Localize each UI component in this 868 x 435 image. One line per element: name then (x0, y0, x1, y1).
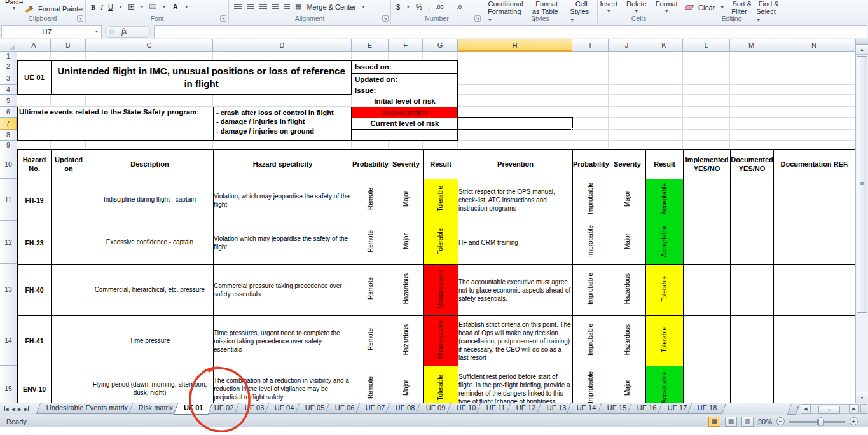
name-box[interactable]: H7 ▼ (1, 25, 102, 38)
column-header-M[interactable]: M (730, 39, 773, 52)
row-header-13[interactable]: 13 (0, 264, 17, 315)
format-painter-button[interactable]: Format Painter (20, 2, 90, 15)
cell-description-FH-41[interactable]: Time pressure (86, 316, 214, 366)
cell-r1-ENV-10[interactable]: Tolerable (424, 366, 458, 403)
increase-decimal-button[interactable]: .00 (436, 4, 444, 10)
column-header-I[interactable]: I (572, 39, 609, 52)
cell-no-FH-41[interactable]: FH-41 (18, 316, 52, 366)
fill-color-button[interactable] (149, 4, 157, 9)
cell-p2-FH-23[interactable]: Improbable (573, 221, 609, 265)
header-description[interactable]: Description (86, 150, 214, 179)
cell-s1-FH-41[interactable]: Hazardous (389, 316, 424, 366)
cell-s2-ENV-10[interactable]: Major (609, 366, 646, 403)
cell-prevention-ENV-10[interactable]: Sufficient rest period before start of f… (458, 366, 573, 403)
comma-button[interactable]: , (428, 3, 430, 11)
zoom-slider-thumb[interactable] (818, 417, 824, 426)
row-header-12[interactable]: 12 (0, 221, 17, 264)
cell-prevention-FH-40[interactable]: The accountable executive must agree not… (458, 265, 573, 316)
cell-specificity-ENV-10[interactable]: The combination of a reduction in visibi… (214, 366, 352, 403)
header-severity-1[interactable]: Severity (389, 150, 424, 179)
row-header-10[interactable]: 10 (0, 149, 17, 179)
cell-r1-FH-23[interactable]: Tolerable (424, 221, 458, 265)
cell-s1-ENV-10[interactable]: Major (389, 366, 424, 403)
row-header-4[interactable]: 4 (0, 85, 17, 95)
cell-specificity-FH-19[interactable]: Violation, which may jeopardise the safe… (214, 179, 352, 221)
row-header-15[interactable]: 15 (0, 366, 17, 403)
header-documentation-ref[interactable]: Documentation REF. (774, 150, 856, 179)
font-dialog-launcher-icon[interactable]: ↘ (220, 15, 226, 22)
vertical-scrollbar[interactable]: ▲ ▼ (855, 39, 868, 403)
column-header-C[interactable]: C (86, 39, 213, 52)
header-prevention[interactable]: Prevention (458, 150, 573, 179)
font-color-caret-icon[interactable]: ▼ (184, 4, 189, 9)
currency-button[interactable]: $ (396, 3, 400, 11)
column-header-A[interactable]: A (17, 39, 51, 52)
column-header-G[interactable]: G (423, 39, 458, 52)
cell-initial-level-label[interactable]: Initial level of risk (352, 95, 457, 107)
cell-updated-FH-23[interactable] (52, 221, 86, 265)
cell-r1-FH-19[interactable]: Tolerable (424, 179, 458, 221)
cell-no-ENV-10[interactable]: ENV-10 (18, 366, 52, 403)
row-header-9[interactable]: 9 (0, 141, 17, 149)
cell-prevention-FH-19[interactable]: Strict respect for the OPS manual, check… (458, 179, 573, 221)
percent-button[interactable]: % (416, 3, 422, 11)
sheet-tab-ue-01[interactable]: UE 01 (174, 403, 212, 415)
delete-cells-button[interactable]: Delete ▼ (622, 0, 651, 15)
header-result-1[interactable]: Result (424, 150, 458, 179)
zoom-slider[interactable] (789, 417, 845, 426)
cell-no-FH-19[interactable]: FH-19 (18, 179, 52, 221)
cell-implemented-FH-23[interactable] (684, 221, 731, 265)
cell-docref-FH-19[interactable] (774, 179, 856, 221)
row-header-11[interactable]: 11 (0, 179, 17, 221)
cell-implemented-ENV-10[interactable] (684, 366, 731, 403)
cell-description-FH-19[interactable]: Indiscipline during flight - captain (86, 179, 214, 221)
cell-p2-ENV-10[interactable]: Improbable (573, 366, 609, 403)
cell-updated-FH-19[interactable] (52, 179, 86, 221)
cell-r2-FH-19[interactable]: Acceptable (646, 179, 684, 221)
header-implemented[interactable]: Implemented YES/NO (684, 150, 731, 179)
cell-r1-FH-41[interactable]: Unacceptable (424, 316, 458, 366)
cell-specificity-FH-41[interactable]: Time pressures, urgent need to complete … (214, 316, 352, 366)
column-header-N[interactable]: N (773, 39, 855, 52)
row-header-5[interactable]: 5 (0, 95, 17, 107)
header-hazard-no[interactable]: Hazard No. (18, 150, 52, 179)
align-right-icon[interactable] (259, 4, 267, 10)
cell-description-FH-23[interactable]: Excessive confidence - captain (86, 221, 214, 265)
header-probability-1[interactable]: Probability (352, 150, 389, 179)
horizontal-scroll-track[interactable]: ≡ (811, 404, 849, 414)
italic-button[interactable]: I (100, 3, 103, 11)
number-dialog-launcher-icon[interactable]: ↘ (474, 15, 481, 22)
decrease-decimal-button[interactable]: →.0 (449, 4, 462, 10)
cell-r2-ENV-10[interactable]: Acceptable (646, 366, 684, 403)
underline-caret-icon[interactable]: ▼ (118, 4, 123, 9)
alignment-dialog-launcher-icon[interactable]: ↘ (382, 15, 389, 22)
cell-p1-ENV-10[interactable]: Remote (352, 366, 389, 403)
cell-p2-FH-41[interactable]: Improbable (573, 316, 609, 366)
vertical-split-handle[interactable] (856, 39, 868, 45)
sheet-tab-undesirable-events-matrix[interactable]: Undesirable Events matrix (36, 403, 137, 414)
sheet-tab-ue-18[interactable]: UE 18 (687, 403, 726, 414)
horizontal-scroll-thumb[interactable]: ≡ (818, 406, 840, 414)
cell-ue-title[interactable]: Unintended flight in IMC, unusual positi… (52, 61, 351, 94)
cell-ue-code[interactable]: UE 01 (18, 61, 52, 94)
cell-implemented-FH-40[interactable] (684, 265, 731, 316)
cell-documented-FH-23[interactable] (731, 221, 774, 265)
zoom-out-button[interactable]: − (776, 417, 785, 425)
scroll-down-icon[interactable]: ▼ (856, 392, 868, 403)
clear-button[interactable]: Clear ▼ (680, 0, 729, 13)
scroll-up-icon[interactable]: ▲ (856, 45, 868, 55)
last-sheet-icon[interactable]: ▶ (24, 406, 29, 412)
cell-description-FH-40[interactable]: Commercial, hierarchical, etc. pressure (86, 265, 214, 316)
column-header-E[interactable]: E (352, 39, 389, 52)
cell-p1-FH-19[interactable]: Remote (352, 179, 389, 221)
cell-p1-FH-23[interactable]: Remote (352, 221, 389, 265)
partial-sheet-tab[interactable]: U (787, 404, 800, 415)
borders-caret-icon[interactable]: ▼ (140, 4, 144, 9)
formula-input[interactable] (154, 25, 867, 38)
cell-r1-FH-40[interactable]: Unacceptable (424, 265, 458, 316)
merge-center-icon[interactable]: ▦ (295, 3, 301, 11)
header-updated-on[interactable]: Updated on (52, 150, 86, 179)
cell-implemented-FH-41[interactable] (684, 316, 731, 366)
active-cell-selection[interactable] (457, 117, 573, 130)
cell-p2-FH-40[interactable]: Improbable (573, 265, 609, 316)
